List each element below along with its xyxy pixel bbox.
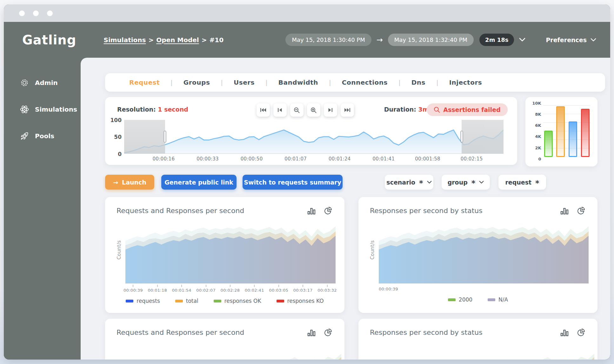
group-filter-dropdown[interactable]: group *: [442, 175, 490, 190]
timeline-selection-right[interactable]: [462, 120, 503, 153]
atom-icon: [20, 105, 29, 114]
tab-groups[interactable]: Groups: [173, 79, 221, 86]
tab-users[interactable]: Users: [223, 79, 265, 86]
legend-swatch: [277, 300, 284, 302]
selection-handle[interactable]: [164, 131, 166, 143]
chevron-down-icon: [479, 181, 484, 184]
timeline-y-tick: 50: [110, 134, 122, 140]
zoom-in-button[interactable]: [307, 103, 320, 117]
sidebar-item-label: Pools: [35, 132, 54, 140]
pie-chart-icon[interactable]: [324, 328, 332, 337]
end-time-pill[interactable]: May 15, 2018 1:32:40 PM: [388, 34, 474, 46]
sidebar-item-admin[interactable]: Admin: [4, 75, 81, 90]
bar-chart-icon[interactable]: [560, 329, 569, 336]
x-axis: 00:00:39 00:01:18 00:01:54 00:02:07 00:0…: [123, 285, 337, 293]
legend-swatch: [175, 300, 183, 302]
tab-request[interactable]: Request: [118, 79, 170, 86]
pie-chart-icon[interactable]: [324, 206, 332, 215]
tab-separator: |: [170, 79, 173, 86]
timeline-x-tick: 00:00:50: [241, 156, 263, 162]
tab-dns[interactable]: Dns: [401, 79, 436, 86]
timeline-controls: [257, 103, 354, 117]
sidebar-item-simulations[interactable]: Simulations: [4, 102, 81, 117]
assertions-failed-button[interactable]: Assertions failed: [427, 103, 507, 116]
summary-bar-chart-panel: 10K 8K 6K 4K 2K 0: [525, 97, 597, 166]
chart-legend: requests total responses OK responses KO: [105, 298, 344, 304]
timeline-x-tick: 00:01:07: [284, 156, 307, 162]
resolution-value: 1 second: [158, 106, 188, 113]
timeline-x-tick: 00:01:24: [329, 156, 351, 162]
mini-y-tick: 8K: [529, 112, 541, 117]
sidebar-item-pools[interactable]: Pools: [4, 129, 81, 143]
tab-bandwidth[interactable]: Bandwidth: [268, 79, 329, 86]
timeline-selection-left[interactable]: [124, 120, 165, 153]
legend-swatch: [448, 298, 456, 301]
timeline-chart[interactable]: [124, 120, 504, 154]
responses-by-status-chart-card: Responses per second by status Count/s: [358, 197, 597, 313]
breadcrumb-separator: >: [202, 36, 207, 44]
timeline-x-tick: 00:00:16: [153, 156, 175, 162]
area-chart[interactable]: Count/s: [125, 221, 336, 283]
timeline-x-tick: 00:01:41: [373, 156, 395, 162]
y-axis-label: Count/s: [116, 240, 122, 260]
time-range-arrow-icon: →: [377, 36, 383, 44]
preferences-label: Preferences: [546, 36, 587, 43]
step-back-button[interactable]: [273, 103, 287, 117]
timeline-panel: Resolution: 1 second: [105, 97, 517, 165]
request-filter-dropdown[interactable]: request *: [498, 175, 546, 190]
preferences-menu[interactable]: Preferences: [546, 36, 596, 43]
requests-responses-chart-card-2: Requests and Responses per second: [105, 319, 344, 360]
timeline-x-tick: 00:02:15: [461, 156, 483, 162]
selection-handle[interactable]: [460, 131, 463, 143]
timeline-y-tick: 100: [110, 117, 122, 123]
zoom-out-button[interactable]: [290, 103, 304, 117]
mini-y-tick: 0: [529, 157, 541, 161]
bar-chart-icon[interactable]: [307, 329, 316, 336]
mini-bar[interactable]: [581, 109, 590, 157]
step-forward-button[interactable]: [324, 103, 337, 117]
sidebar-item-label: Admin: [35, 79, 58, 87]
chart-title: Responses per second by status: [370, 207, 483, 215]
tab-separator: |: [221, 79, 223, 86]
assertions-failed-label: Assertions failed: [443, 106, 500, 113]
chevron-down-icon: [427, 181, 432, 184]
tab-injectors[interactable]: Injectors: [438, 79, 493, 86]
tab-connections[interactable]: Connections: [331, 79, 398, 86]
tab-separator: |: [398, 79, 401, 86]
area-chart[interactable]: [108, 341, 341, 360]
mini-bar[interactable]: [569, 121, 577, 157]
app-header: Gatling Simulations > Open Model > #10 M…: [4, 22, 610, 58]
area-chart[interactable]: Count/s: [379, 221, 589, 283]
timeline-x-tick: 00:00:33: [197, 156, 219, 162]
mini-bar[interactable]: [544, 131, 553, 157]
chevron-down-icon[interactable]: [519, 37, 525, 43]
window-control-dot[interactable]: [47, 10, 53, 16]
window-titlebar: [4, 4, 610, 22]
pie-chart-icon[interactable]: [577, 206, 585, 215]
breadcrumb-open-model-link[interactable]: Open Model: [156, 36, 199, 44]
breadcrumb-simulations-link[interactable]: Simulations: [103, 36, 146, 44]
resolution-label: Resolution: 1 second: [117, 106, 188, 113]
timeline-y-tick: 0: [110, 151, 122, 157]
tab-separator: |: [265, 79, 268, 86]
mini-y-tick: 2K: [529, 146, 541, 150]
goto-end-button[interactable]: [341, 103, 354, 117]
chevron-down-icon: [591, 38, 596, 42]
launch-button[interactable]: → Launch: [105, 175, 154, 190]
breadcrumb: Simulations > Open Model > #10: [103, 36, 224, 44]
bar-chart-icon[interactable]: [560, 207, 569, 215]
app-root: Gatling Simulations > Open Model > #10 M…: [4, 22, 610, 360]
chart-title: Requests and Responses per second: [117, 207, 244, 215]
area-chart[interactable]: [362, 341, 594, 360]
window-control-dot[interactable]: [33, 10, 39, 16]
switch-requests-summary-button[interactable]: Switch to requests summary: [243, 175, 343, 190]
mini-bar[interactable]: [556, 106, 565, 157]
scenario-filter-dropdown[interactable]: scenario *: [385, 175, 433, 190]
bar-chart-icon[interactable]: [307, 207, 316, 215]
window-control-dot[interactable]: [19, 10, 25, 16]
generate-public-link-button[interactable]: Generate public link: [161, 175, 237, 190]
start-time-pill[interactable]: May 15, 2018 1:30:40 PM: [285, 34, 371, 46]
pie-chart-icon[interactable]: [577, 328, 585, 337]
goto-start-button[interactable]: [257, 103, 270, 117]
search-icon: [434, 107, 440, 113]
